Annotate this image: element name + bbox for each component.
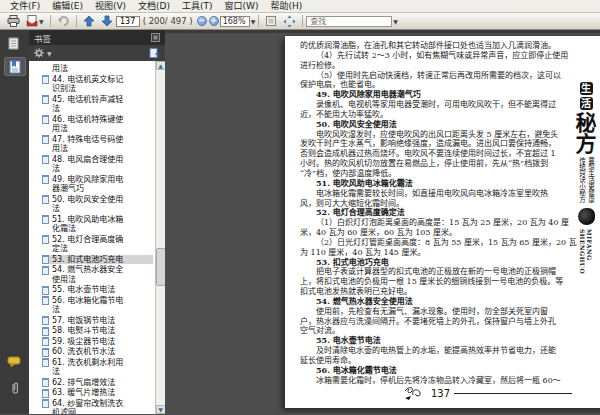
menu-item[interactable]: 窗口(W) [219, 0, 265, 12]
bookmark-label: 44. 电话机英文标记识别法 [52, 75, 126, 94]
bookmark-page-icon [42, 175, 49, 184]
bookmark-item[interactable]: 64. 纱窗帘改制洗衣机滤网 [42, 399, 153, 415]
pages-icon [8, 37, 21, 51]
bookmark-label: 54. 燃气热水器安全使用法 [52, 265, 126, 284]
toolbar-separator [258, 15, 259, 27]
zoom-out-button[interactable]: − [197, 16, 207, 26]
menu-item[interactable]: 文件(F) [4, 0, 46, 12]
fit-width-icon [265, 15, 277, 27]
bookmark-page-icon [42, 286, 49, 295]
scroll-thumb[interactable] [156, 248, 166, 286]
locate-bookmark-icon[interactable] [149, 48, 160, 59]
toolbar-separator [302, 15, 303, 27]
find-input[interactable] [306, 16, 392, 27]
text-line: 米，40 瓦为 60 厘米，60 瓦为 105 厘米。 [300, 228, 600, 238]
bookmark-item[interactable]: 62. 排气扇增效法 [42, 378, 153, 388]
bookmark-page-icon [42, 95, 49, 104]
menu-item[interactable]: 视图(V) [89, 0, 132, 12]
previous-view-button[interactable] [54, 14, 73, 28]
bookmark-label: 53. 扣式电池巧充电 [52, 255, 126, 265]
bookmark-label: 49. 电吹风除家用电器潮气巧 [52, 175, 126, 194]
bookmarks-icon [8, 60, 22, 74]
bookmark-item[interactable]: 53. 扣式电池巧充电 [42, 255, 153, 265]
bookmark-label: 62. 排气扇增效法 [52, 378, 126, 388]
bookmark-page-icon [42, 348, 49, 357]
bookmark-label: 64. 纱窗帘改制洗衣机滤网 [52, 399, 126, 415]
fullscreen-button[interactable] [280, 14, 299, 28]
bookmark-label: 59. 吸尘器节电法 [52, 337, 126, 347]
bookmark-item[interactable]: 46. 电话机特殊键使用法 [42, 115, 153, 134]
print-button[interactable] [4, 14, 23, 28]
bookmark-item[interactable]: 48. 电风扇合理使用法 [42, 155, 153, 174]
paperclip-icon [9, 381, 21, 396]
bookmark-page-icon [42, 115, 49, 124]
bookmark-page-icon [42, 135, 49, 144]
bookmark-item[interactable]: 52. 电灯合理高度确定法 [42, 235, 153, 254]
text-line: 上，将扣式电池的负极用一根 15 厘米长的细铜线接到一号电池的负极。等 [300, 277, 600, 287]
text-line: 54. 燃气热水器安全使用法 [300, 297, 600, 307]
bookmark-label: 60. 洗衣机节水法 [52, 347, 126, 357]
bookmark-item[interactable]: 59. 吸尘器节电法 [42, 337, 153, 347]
document-pane[interactable]: 的优质润滑油脂，在油孔和其它转动部件接口处也适当加入几滴润滑油。 （4）先行试转… [165, 30, 600, 414]
menu-item[interactable]: 编辑(E) [46, 0, 89, 12]
text-line: 56. 电冰箱化霜节电法 [300, 366, 600, 376]
find-options-caret-icon[interactable]: ▼ [393, 18, 398, 25]
bookmark-label: 50. 电吹风安全使用法 [52, 195, 126, 214]
bookmark-item[interactable]: 55. 电水壶节电法 [42, 285, 153, 295]
bookmark-item[interactable]: 63. 暖气片增热法 [42, 388, 153, 398]
bookmarks-panel-button[interactable] [4, 57, 26, 76]
bookmark-item[interactable]: 47. 特殊电话号码使用法 [42, 135, 153, 154]
bookmark-label: 57. 电饭锅节电法 [52, 316, 126, 326]
zoom-in-button[interactable]: + [209, 16, 219, 26]
banner-latin-title: SHENGHUO MIFANG [579, 229, 593, 274]
bookmark-item[interactable]: 57. 电饭锅节电法 [42, 316, 153, 326]
next-page-button[interactable] [98, 14, 116, 28]
page-number-input[interactable] [116, 16, 140, 27]
email-button[interactable]: ▼ [23, 14, 47, 28]
bookmark-item[interactable]: 45. 电话机铃声减轻法 [42, 95, 153, 114]
attachments-panel-button[interactable] [0, 381, 29, 396]
main-area: 书签 ▼ [0, 30, 600, 414]
bookmark-item[interactable]: 61. 洗衣机剩水利用法 [42, 358, 153, 377]
fit-width-button[interactable] [262, 14, 280, 28]
bookmarks-panel-header: 书签 [29, 30, 165, 45]
comments-panel-button[interactable] [0, 356, 29, 368]
panel-hide-icon[interactable] [151, 33, 160, 42]
caret-down-icon[interactable]: ▼ [251, 18, 256, 25]
text-line: （5）使用时先启动快速档，转速正常后再改用所需要的档次，这可以 [300, 71, 600, 81]
text-line: 电冰箱化霜需要较长时间，如直接用电吹风向电冰箱冷冻室里吹热 [300, 189, 600, 199]
scroll-down-button[interactable]: ▼ [156, 405, 166, 414]
bookmark-item[interactable]: 56. 电冰箱化霜节电法 [42, 296, 153, 315]
menu-item[interactable]: 文档(D) [132, 0, 176, 12]
bookmark-page-icon [42, 235, 49, 244]
previous-page-button[interactable] [80, 14, 98, 28]
bookmark-label: 47. 特殊电话号码使用法 [52, 135, 126, 154]
bookmark-item[interactable]: 50. 电吹风安全使用法 [42, 195, 153, 214]
bookmark-item[interactable]: 51. 电吹风助电冰箱化霜法 [42, 215, 153, 234]
bookmark-item[interactable]: 60. 洗衣机节水法 [42, 347, 153, 357]
bookmark-item[interactable]: 54. 燃气热水器安全使用法 [42, 265, 153, 284]
bookmark-item[interactable]: 44. 电话机英文标记识别法 [42, 75, 153, 94]
bookmark-label: 51. 电吹风助电冰箱化霜法 [52, 215, 126, 234]
scroll-up-button[interactable]: ▲ [156, 61, 166, 70]
page-text: 的优质润滑油脂，在油孔和其它转动部件接口处也适当加入几滴润滑油。 （4）先行试转… [300, 41, 600, 386]
bookmark-page-icon [42, 358, 49, 367]
panel-nav-strip [0, 30, 29, 414]
banner-char-box: 活 [580, 97, 593, 110]
bookmark-item[interactable]: 58. 电熨斗节电法 [42, 326, 153, 336]
menu-item[interactable]: 工具(T) [176, 0, 219, 12]
arrow-up-icon [83, 15, 95, 27]
scroll-track[interactable] [156, 70, 166, 405]
text-line: （2）日光灯灯管距桌面高度：8 瓦为 55 厘米，15 瓦为 65 厘米，20 … [300, 238, 600, 248]
toolbar-separator [76, 15, 77, 27]
zoom-level-select[interactable]: 168% [220, 16, 250, 27]
panel-title: 书签 [34, 32, 51, 44]
bookmark-label: 63. 暖气片增热法 [52, 388, 126, 398]
bookmark-item[interactable]: 49. 电吹风除家用电器潮气巧 [42, 175, 153, 194]
bookmark-options-button[interactable]: ▼ [34, 48, 52, 58]
pages-panel-button[interactable] [4, 34, 26, 53]
bookmark-label: 45. 电话机铃声减轻法 [52, 95, 126, 114]
banner-title-char: 方 [576, 133, 597, 154]
bookmark-item[interactable]: 用法 [42, 64, 153, 74]
menu-item[interactable]: 帮助(H) [265, 0, 309, 12]
